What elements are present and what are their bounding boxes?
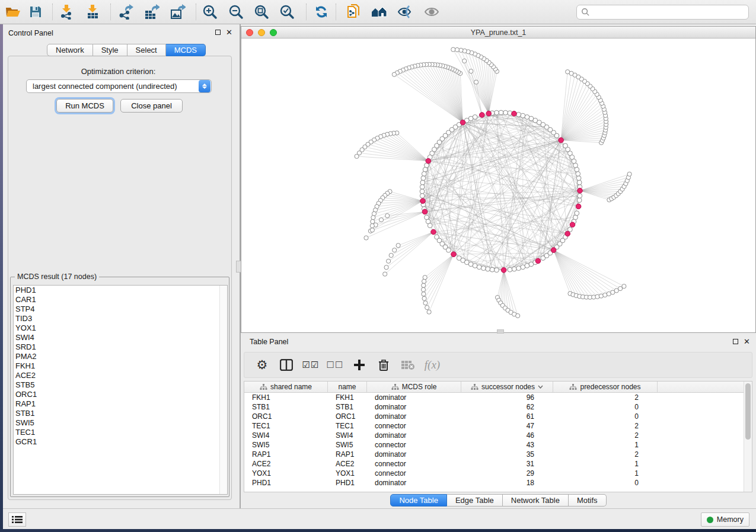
table-row[interactable]: ORC1ORC1dominator610 [244,412,744,421]
control-tab-style[interactable]: Style [93,44,127,56]
column-type-icon [260,384,267,390]
optimization-criterion-label: Optimization criterion: [0,67,237,76]
delete-column-icon[interactable] [377,358,391,372]
mcds-result-item[interactable]: SRD1 [14,342,227,352]
table-row[interactable]: ACE2ACE2connector311 [244,459,744,469]
zoom-out-button[interactable] [227,3,245,21]
import-network-button[interactable] [57,3,76,21]
zoom-selected-button[interactable] [277,3,296,21]
close-panel-icon[interactable]: ✕ [226,30,232,35]
cell-successor-nodes: 47 [461,422,553,430]
zoom-in-button[interactable] [200,3,219,21]
cell-MCDS-role: connector [367,460,461,468]
export-image-button[interactable] [168,3,187,21]
cell-predecessor-nodes: 1 [553,469,658,477]
column-header-MCDS-role[interactable]: MCDS role [367,382,461,392]
clone-network-button[interactable] [344,3,363,21]
mcds-result-item[interactable]: GCR1 [14,437,227,447]
mcds-result-item[interactable]: ACE2 [14,371,227,380]
mcds-result-item[interactable]: PHD1 [14,286,227,295]
show-all-button[interactable] [422,3,441,21]
cell-successor-nodes: 35 [461,450,553,459]
mcds-list-scrollbar[interactable] [219,286,227,494]
mcds-result-list[interactable]: PHD1CAR1STP4TID3YOX1SWI4SRD1PMA2FKH1ACE2… [13,285,228,495]
control-tab-network[interactable]: Network [47,44,93,56]
network-view-window: YPA_prune.txt_1 [241,26,756,333]
mcds-result-item[interactable]: PMA2 [14,352,227,361]
select-all-columns-icon[interactable]: ☑☑ [304,358,318,372]
mcds-result-item[interactable]: RAP1 [14,399,227,409]
mcds-result-item[interactable]: SWI5 [14,418,227,428]
mcds-result-group: MCDS result (17 nodes) PHD1CAR1STP4TID3Y… [10,277,229,497]
hide-selected-button[interactable] [396,3,415,21]
search-field[interactable] [576,5,749,20]
network-canvas[interactable] [241,39,755,332]
cell-predecessor-nodes: 0 [553,412,658,421]
float-panel-icon[interactable] [215,30,221,35]
cell-name: STB1 [328,403,367,411]
mcds-result-item[interactable]: TID3 [14,314,227,323]
table-row[interactable]: FKH1FKH1dominator962 [244,393,744,402]
refresh-button[interactable] [312,3,331,21]
memory-button[interactable]: Memory [701,512,749,527]
mcds-result-item[interactable]: STP4 [14,305,227,314]
first-neighbors-button[interactable] [370,3,389,21]
cell-MCDS-role: connector [367,422,461,430]
column-header-name[interactable]: name [328,382,367,392]
table-scrollbar[interactable] [744,382,752,492]
table-row[interactable]: RAP1RAP1dominator352 [244,450,744,459]
table-row[interactable]: TEC1TEC1connector472 [244,421,744,431]
table-tab-node-table[interactable]: Node Table [390,494,447,507]
close-panel-button[interactable]: Close panel [120,99,183,113]
table-tab-edge-table[interactable]: Edge Table [447,494,503,507]
table-row[interactable]: PHD1PHD1dominator180 [244,478,744,488]
mcds-result-item[interactable]: TEC1 [14,428,227,437]
open-file-button[interactable] [4,3,23,21]
network-window-titlebar[interactable]: YPA_prune.txt_1 [241,27,755,39]
close-panel-icon[interactable]: ✕ [744,339,750,344]
export-table-button[interactable] [142,3,161,21]
cell-predecessor-nodes: 2 [553,422,658,430]
import-table-button[interactable] [83,3,102,21]
column-header-successor-nodes[interactable]: successor nodes [461,382,553,392]
gear-icon[interactable]: ⚙ [255,358,269,372]
table-row[interactable]: SWI5SWI5connector431 [244,440,744,450]
export-table-icon [144,4,160,20]
table-row[interactable]: YOX1YOX1connector291 [244,469,744,478]
mcds-result-item[interactable]: FKH1 [14,361,227,371]
column-header-shared-name[interactable]: shared name [244,382,328,392]
optimization-criterion-select[interactable]: largest connected component (undirected) [26,79,212,93]
table-scrollbar-thumb[interactable] [745,383,751,440]
horizontal-splitter-handle[interactable] [497,329,504,334]
cell-shared-name: YOX1 [244,469,328,477]
mcds-result-item[interactable]: STB5 [14,380,227,390]
zoom-fit-button[interactable] [252,3,271,21]
table-row[interactable]: SWI4SWI4dominator462 [244,431,744,440]
control-tab-select[interactable]: Select [127,44,166,56]
delete-table-icon [401,358,415,372]
table-tab-motifs[interactable]: Motifs [569,494,607,507]
table-row[interactable]: STB1STB1dominator620 [244,402,744,412]
cell-name: RAP1 [328,450,367,459]
cell-MCDS-role: connector [367,469,461,477]
cell-MCDS-role: dominator [367,393,461,402]
deselect-all-columns-icon[interactable]: ☐☐ [328,358,342,372]
split-columns-icon[interactable] [279,358,294,372]
control-tab-mcds[interactable]: MCDS [166,44,206,56]
search-input[interactable] [590,8,748,17]
table-tab-network-table[interactable]: Network Table [503,494,569,507]
export-network-button[interactable] [116,3,135,21]
column-header-predecessor-nodes[interactable]: predecessor nodes [553,382,658,392]
mcds-result-item[interactable]: YOX1 [14,323,227,333]
mcds-result-item[interactable]: STB1 [14,409,227,418]
save-session-button[interactable] [26,3,45,21]
clone-network-icon [346,4,361,20]
cell-name: ACE2 [328,460,367,468]
run-mcds-button[interactable]: Run MCDS [56,99,113,113]
mcds-result-item[interactable]: SWI4 [14,333,227,342]
float-panel-icon[interactable] [733,339,738,344]
mcds-result-item[interactable]: CAR1 [14,295,227,305]
mcds-result-item[interactable]: ORC1 [14,390,227,399]
panel-menu-button[interactable] [8,512,26,527]
add-column-icon[interactable] [352,358,366,372]
